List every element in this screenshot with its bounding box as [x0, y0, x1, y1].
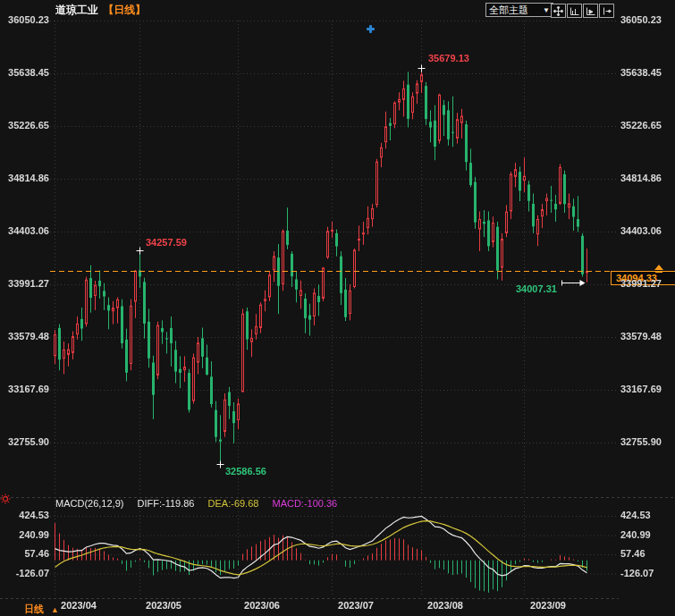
price-axis-label-left: 32755.90 — [0, 436, 49, 448]
x-axis-label: 2023/09 — [530, 600, 566, 611]
x-axis-label: 2023/04 — [61, 600, 97, 611]
annotation-high-1: 34257.59 — [146, 237, 187, 248]
macd-axis-label-left: 240.99 — [0, 529, 49, 541]
macd-axis-label-right: -126.07 — [620, 568, 654, 579]
price-axis-label-right: 36050.23 — [620, 14, 662, 26]
price-axis-label-left: 33167.69 — [0, 384, 49, 395]
chart-canvas[interactable] — [0, 0, 675, 616]
macd-axis-label-left: -126.07 — [0, 568, 49, 579]
price-axis-label-right: 33991.27 — [620, 278, 662, 290]
macd-diff-value: DIFF:-119.86 — [137, 498, 194, 509]
price-axis-label-right: 35226.65 — [620, 120, 662, 131]
title-bar: 道琼工业 【日线】 — [55, 3, 146, 18]
chevron-down-icon: ▼ — [543, 6, 550, 14]
macd-macd-value: MACD:-100.36 — [272, 498, 337, 509]
annotation-low-2: 34007.31 — [516, 283, 557, 294]
period-footer-label: 日线 — [24, 603, 44, 614]
x-axis-label: 2023/08 — [427, 600, 463, 611]
price-axis-label-left: 35638.45 — [0, 67, 49, 79]
x-axis-label: 2023/05 — [146, 600, 181, 611]
period-footer[interactable]: 日线 ▲ — [24, 603, 59, 616]
price-axis-label-right: 35638.45 — [620, 67, 662, 79]
fit-x-play-icon[interactable] — [583, 4, 598, 18]
macd-axis-label-left: 57.46 — [0, 548, 49, 560]
panel-hotspot-icon[interactable] — [0, 492, 11, 508]
x-axis-label: 2023/07 — [338, 600, 374, 611]
price-axis-label-right: 33167.69 — [620, 384, 662, 395]
event-marker-dot-icon[interactable] — [367, 25, 375, 33]
price-up-arrow-icon — [654, 261, 664, 277]
up-triangle-icon: ▲ — [51, 605, 59, 614]
chart-window: 道琼工业 【日线】 全部主题 ▼ — [0, 0, 675, 616]
symbol-title: 道琼工业 — [55, 4, 98, 16]
price-axis-label-left: 35226.65 — [0, 120, 49, 131]
price-axis-label-right: 34403.06 — [620, 225, 662, 237]
price-axis-label-right: 33579.48 — [620, 331, 662, 342]
fit-x-axis-icon[interactable] — [567, 4, 582, 18]
macd-params-label: MACD(26,12,9) — [55, 498, 123, 509]
price-axis-label-left: 34403.06 — [0, 225, 49, 237]
macd-axis-label-right: 57.46 — [620, 548, 645, 560]
crosshair-move-icon[interactable] — [551, 4, 566, 18]
price-axis-label-right: 32755.90 — [620, 436, 662, 448]
price-axis-label-left: 36050.23 — [0, 14, 49, 26]
annotation-low-1: 32586.56 — [225, 466, 266, 477]
price-axis-label-left: 33991.27 — [0, 278, 49, 290]
macd-header: MACD(26,12,9) DIFF:-119.86 DEA:-69.68 MA… — [55, 498, 348, 509]
macd-dea-value: DEA:-69.68 — [208, 498, 259, 509]
macd-axis-label-right: 424.53 — [620, 510, 651, 521]
macd-axis-label-left: 424.53 — [0, 510, 49, 521]
price-axis-label-right: 34814.86 — [620, 173, 662, 184]
macd-axis-label-right: 240.99 — [620, 529, 651, 541]
price-axis-label-left: 33579.48 — [0, 331, 49, 342]
theme-dropdown-label: 全部主题 — [489, 4, 528, 17]
theme-dropdown[interactable]: 全部主题 ▼ — [485, 3, 553, 17]
annotation-high-2: 35679.13 — [428, 53, 469, 63]
shift-right-icon[interactable] — [599, 4, 614, 18]
x-axis-label: 2023/06 — [244, 600, 280, 611]
price-axis-label-left: 34814.86 — [0, 173, 49, 184]
period-tag: 【日线】 — [103, 4, 146, 16]
